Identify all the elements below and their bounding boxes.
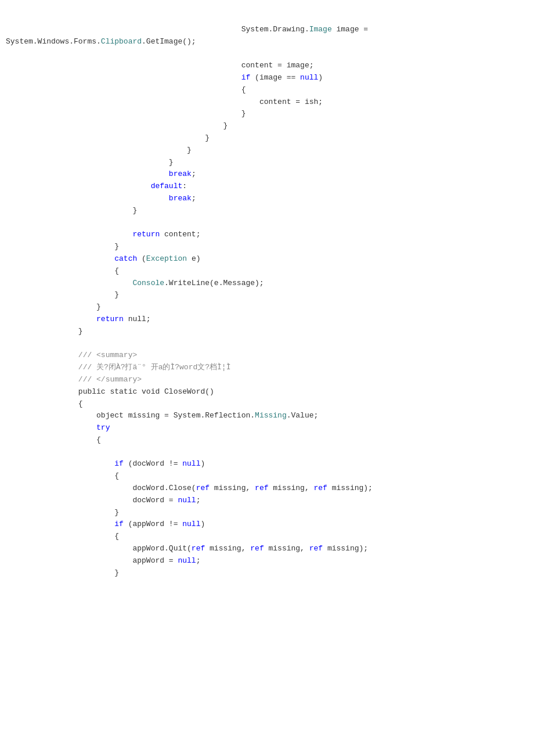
code-token: missing); (323, 544, 368, 553)
code-editor: System.Drawing.Image image =System.Windo… (0, 0, 534, 591)
code-token: System.Drawing. (241, 25, 309, 34)
code-token (6, 351, 78, 359)
code-token: content = ish; (259, 98, 323, 106)
code-token: ref (255, 484, 268, 492)
code-line: return content; (6, 229, 528, 241)
code-line (6, 338, 528, 350)
code-token: Missing (255, 411, 287, 420)
code-line: break; (6, 193, 528, 205)
code-token: ) (318, 73, 323, 82)
code-line: } (6, 241, 528, 253)
code-line: } (6, 157, 528, 169)
code-line: docWord = null; (6, 495, 528, 507)
code-token (6, 423, 96, 432)
code-token: } (6, 242, 119, 251)
code-token: return (132, 230, 160, 239)
code-token (6, 194, 169, 203)
code-token: /// <summary> (78, 351, 137, 359)
code-token: try (96, 423, 110, 432)
code-token: } (6, 158, 174, 167)
code-token: } (6, 121, 228, 130)
code-token (6, 387, 78, 396)
code-token: if (114, 459, 124, 468)
code-token: missing); (327, 484, 373, 492)
code-token: break (169, 194, 192, 203)
code-token: content = image; (241, 61, 314, 70)
code-token (6, 98, 259, 106)
code-token (6, 85, 241, 94)
code-line: } (6, 301, 528, 314)
code-token: } (6, 303, 101, 311)
code-token: Exception (146, 254, 187, 263)
code-token: missing, (205, 544, 250, 553)
code-line (6, 217, 528, 229)
code-token: appWord.Quit( (6, 544, 192, 553)
code-token (6, 363, 78, 372)
code-token: } (6, 134, 210, 142)
code-token: e) (187, 254, 200, 263)
code-token: catch (114, 254, 137, 263)
code-token (6, 267, 114, 275)
code-token: ) (200, 459, 205, 468)
code-token: docWord.Close( (6, 484, 196, 492)
code-token: return (96, 315, 124, 323)
code-line: default: (6, 181, 528, 193)
code-token: .WriteLine(e.Message); (164, 279, 264, 287)
code-token: ; (192, 194, 196, 203)
code-token (6, 73, 241, 82)
code-token (6, 230, 132, 239)
code-token: { (6, 399, 83, 408)
code-token: .Value; (287, 411, 319, 420)
code-token: ; (196, 496, 201, 505)
code-token: { (6, 435, 101, 444)
code-line: } (6, 120, 528, 132)
code-line (6, 447, 528, 459)
code-token (6, 279, 132, 287)
code-token: ref (196, 484, 210, 492)
code-line: docWord.Close(ref missing, ref missing, … (6, 483, 528, 495)
code-token: docWord = (6, 496, 178, 505)
code-token: } (6, 327, 83, 336)
code-token (6, 520, 114, 528)
code-line: appWord.Quit(ref missing, ref missing, r… (6, 543, 528, 555)
code-line: if (image == null) (6, 72, 528, 84)
code-token: missing, (210, 484, 255, 492)
code-line: { (6, 470, 528, 483)
code-line: Console.WriteLine(e.Message); (6, 278, 528, 290)
code-token: null (182, 520, 200, 528)
code-token: } (6, 146, 192, 154)
code-line: { (6, 84, 528, 96)
code-token: image = (332, 25, 368, 34)
code-token: { (114, 267, 119, 275)
code-token: } (241, 109, 246, 118)
code-line: appWord = null; (6, 555, 528, 567)
code-line: if (docWord != null) (6, 458, 528, 470)
code-token (6, 109, 241, 118)
code-line: if (appWord != null) (6, 519, 528, 531)
code-line: } (6, 145, 528, 157)
code-token: default (151, 182, 183, 190)
code-line: try (6, 422, 528, 434)
code-token (6, 182, 151, 190)
code-token: null (178, 496, 196, 505)
code-token: object missing = System.Reflection. (96, 411, 255, 420)
code-token: } (6, 508, 119, 517)
code-line: /// <summary> (6, 350, 528, 362)
code-token: ; (196, 556, 201, 565)
code-token: (image == (250, 73, 300, 82)
code-line: } (6, 326, 528, 338)
code-token: Clipboard (101, 37, 142, 46)
code-token (6, 170, 169, 178)
code-token: public static void CloseWord() (78, 387, 214, 396)
code-token: ) (200, 520, 205, 528)
code-token (6, 375, 78, 384)
code-token: : (182, 182, 187, 190)
code-token: { (6, 471, 119, 480)
code-token: content; (160, 230, 200, 239)
code-line: { (6, 531, 528, 543)
code-token: Image (309, 25, 332, 34)
code-line: /// 关?闭À?打ä¨° 开a的Ì?word文?档Ì¦Ì (6, 362, 528, 374)
code-token (6, 25, 241, 34)
code-token: } (6, 568, 119, 577)
code-token: null (182, 459, 200, 468)
